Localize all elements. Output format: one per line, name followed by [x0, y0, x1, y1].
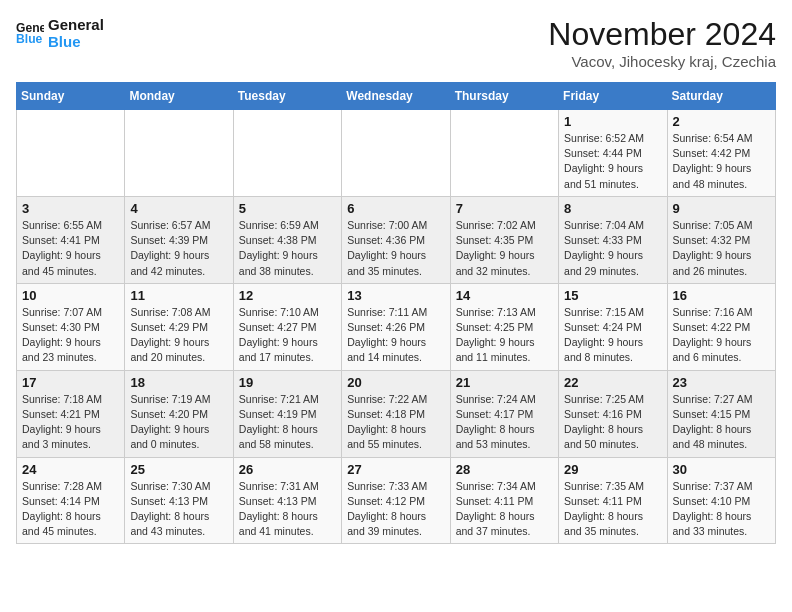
page-header: General Blue General Blue November 2024 … — [16, 16, 776, 70]
day-info: Sunrise: 6:59 AMSunset: 4:38 PMDaylight:… — [239, 218, 336, 279]
calendar-week-row: 24Sunrise: 7:28 AMSunset: 4:14 PMDayligh… — [17, 457, 776, 544]
logo: General Blue General Blue — [16, 16, 104, 50]
calendar-cell: 3Sunrise: 6:55 AMSunset: 4:41 PMDaylight… — [17, 196, 125, 283]
calendar-cell: 29Sunrise: 7:35 AMSunset: 4:11 PMDayligh… — [559, 457, 667, 544]
day-number: 29 — [564, 462, 661, 477]
calendar-cell: 26Sunrise: 7:31 AMSunset: 4:13 PMDayligh… — [233, 457, 341, 544]
day-info: Sunrise: 7:04 AMSunset: 4:33 PMDaylight:… — [564, 218, 661, 279]
day-number: 16 — [673, 288, 770, 303]
calendar-cell — [17, 110, 125, 197]
day-info: Sunrise: 7:37 AMSunset: 4:10 PMDaylight:… — [673, 479, 770, 540]
calendar-cell: 15Sunrise: 7:15 AMSunset: 4:24 PMDayligh… — [559, 283, 667, 370]
day-info: Sunrise: 7:15 AMSunset: 4:24 PMDaylight:… — [564, 305, 661, 366]
calendar-cell: 9Sunrise: 7:05 AMSunset: 4:32 PMDaylight… — [667, 196, 775, 283]
day-number: 25 — [130, 462, 227, 477]
weekday-header: Tuesday — [233, 83, 341, 110]
calendar-cell — [125, 110, 233, 197]
calendar-cell: 25Sunrise: 7:30 AMSunset: 4:13 PMDayligh… — [125, 457, 233, 544]
day-info: Sunrise: 7:34 AMSunset: 4:11 PMDaylight:… — [456, 479, 553, 540]
day-info: Sunrise: 7:24 AMSunset: 4:17 PMDaylight:… — [456, 392, 553, 453]
day-info: Sunrise: 6:52 AMSunset: 4:44 PMDaylight:… — [564, 131, 661, 192]
logo-icon: General Blue — [16, 19, 44, 47]
weekday-header: Thursday — [450, 83, 558, 110]
day-number: 13 — [347, 288, 444, 303]
calendar-week-row: 3Sunrise: 6:55 AMSunset: 4:41 PMDaylight… — [17, 196, 776, 283]
day-number: 27 — [347, 462, 444, 477]
svg-text:Blue: Blue — [16, 32, 43, 46]
day-info: Sunrise: 7:07 AMSunset: 4:30 PMDaylight:… — [22, 305, 119, 366]
day-info: Sunrise: 7:28 AMSunset: 4:14 PMDaylight:… — [22, 479, 119, 540]
calendar-cell: 1Sunrise: 6:52 AMSunset: 4:44 PMDaylight… — [559, 110, 667, 197]
logo-line1: General — [48, 16, 104, 33]
weekday-header: Monday — [125, 83, 233, 110]
calendar-cell: 11Sunrise: 7:08 AMSunset: 4:29 PMDayligh… — [125, 283, 233, 370]
calendar-cell: 21Sunrise: 7:24 AMSunset: 4:17 PMDayligh… — [450, 370, 558, 457]
day-number: 20 — [347, 375, 444, 390]
day-info: Sunrise: 7:21 AMSunset: 4:19 PMDaylight:… — [239, 392, 336, 453]
location-subtitle: Vacov, Jihocesky kraj, Czechia — [548, 53, 776, 70]
calendar-body: 1Sunrise: 6:52 AMSunset: 4:44 PMDaylight… — [17, 110, 776, 544]
calendar-week-row: 1Sunrise: 6:52 AMSunset: 4:44 PMDaylight… — [17, 110, 776, 197]
calendar-cell: 5Sunrise: 6:59 AMSunset: 4:38 PMDaylight… — [233, 196, 341, 283]
calendar-cell: 2Sunrise: 6:54 AMSunset: 4:42 PMDaylight… — [667, 110, 775, 197]
weekday-row: SundayMondayTuesdayWednesdayThursdayFrid… — [17, 83, 776, 110]
calendar-cell: 6Sunrise: 7:00 AMSunset: 4:36 PMDaylight… — [342, 196, 450, 283]
day-number: 28 — [456, 462, 553, 477]
calendar-cell: 19Sunrise: 7:21 AMSunset: 4:19 PMDayligh… — [233, 370, 341, 457]
day-number: 15 — [564, 288, 661, 303]
day-info: Sunrise: 7:30 AMSunset: 4:13 PMDaylight:… — [130, 479, 227, 540]
day-number: 5 — [239, 201, 336, 216]
day-number: 8 — [564, 201, 661, 216]
calendar-cell: 17Sunrise: 7:18 AMSunset: 4:21 PMDayligh… — [17, 370, 125, 457]
day-info: Sunrise: 7:31 AMSunset: 4:13 PMDaylight:… — [239, 479, 336, 540]
day-number: 21 — [456, 375, 553, 390]
day-number: 12 — [239, 288, 336, 303]
day-info: Sunrise: 7:25 AMSunset: 4:16 PMDaylight:… — [564, 392, 661, 453]
day-number: 22 — [564, 375, 661, 390]
day-number: 7 — [456, 201, 553, 216]
calendar-cell: 16Sunrise: 7:16 AMSunset: 4:22 PMDayligh… — [667, 283, 775, 370]
calendar-cell: 20Sunrise: 7:22 AMSunset: 4:18 PMDayligh… — [342, 370, 450, 457]
calendar-cell: 24Sunrise: 7:28 AMSunset: 4:14 PMDayligh… — [17, 457, 125, 544]
calendar-cell: 12Sunrise: 7:10 AMSunset: 4:27 PMDayligh… — [233, 283, 341, 370]
day-number: 6 — [347, 201, 444, 216]
day-info: Sunrise: 7:19 AMSunset: 4:20 PMDaylight:… — [130, 392, 227, 453]
day-number: 1 — [564, 114, 661, 129]
day-number: 17 — [22, 375, 119, 390]
day-number: 19 — [239, 375, 336, 390]
calendar-week-row: 10Sunrise: 7:07 AMSunset: 4:30 PMDayligh… — [17, 283, 776, 370]
day-info: Sunrise: 6:54 AMSunset: 4:42 PMDaylight:… — [673, 131, 770, 192]
day-number: 18 — [130, 375, 227, 390]
calendar-cell: 4Sunrise: 6:57 AMSunset: 4:39 PMDaylight… — [125, 196, 233, 283]
day-info: Sunrise: 6:55 AMSunset: 4:41 PMDaylight:… — [22, 218, 119, 279]
calendar-cell: 8Sunrise: 7:04 AMSunset: 4:33 PMDaylight… — [559, 196, 667, 283]
calendar-table: SundayMondayTuesdayWednesdayThursdayFrid… — [16, 82, 776, 544]
calendar-cell: 14Sunrise: 7:13 AMSunset: 4:25 PMDayligh… — [450, 283, 558, 370]
day-number: 23 — [673, 375, 770, 390]
calendar-cell: 23Sunrise: 7:27 AMSunset: 4:15 PMDayligh… — [667, 370, 775, 457]
day-number: 26 — [239, 462, 336, 477]
day-info: Sunrise: 7:10 AMSunset: 4:27 PMDaylight:… — [239, 305, 336, 366]
day-info: Sunrise: 7:13 AMSunset: 4:25 PMDaylight:… — [456, 305, 553, 366]
day-number: 30 — [673, 462, 770, 477]
weekday-header: Sunday — [17, 83, 125, 110]
day-number: 24 — [22, 462, 119, 477]
calendar-cell: 27Sunrise: 7:33 AMSunset: 4:12 PMDayligh… — [342, 457, 450, 544]
day-info: Sunrise: 7:00 AMSunset: 4:36 PMDaylight:… — [347, 218, 444, 279]
calendar-cell — [233, 110, 341, 197]
calendar-cell: 18Sunrise: 7:19 AMSunset: 4:20 PMDayligh… — [125, 370, 233, 457]
calendar-cell: 13Sunrise: 7:11 AMSunset: 4:26 PMDayligh… — [342, 283, 450, 370]
day-info: Sunrise: 7:05 AMSunset: 4:32 PMDaylight:… — [673, 218, 770, 279]
day-number: 11 — [130, 288, 227, 303]
logo-line2: Blue — [48, 33, 104, 50]
calendar-cell: 10Sunrise: 7:07 AMSunset: 4:30 PMDayligh… — [17, 283, 125, 370]
calendar-cell — [450, 110, 558, 197]
calendar-cell: 30Sunrise: 7:37 AMSunset: 4:10 PMDayligh… — [667, 457, 775, 544]
day-info: Sunrise: 7:22 AMSunset: 4:18 PMDaylight:… — [347, 392, 444, 453]
day-info: Sunrise: 7:16 AMSunset: 4:22 PMDaylight:… — [673, 305, 770, 366]
weekday-header: Saturday — [667, 83, 775, 110]
day-number: 14 — [456, 288, 553, 303]
day-number: 2 — [673, 114, 770, 129]
calendar-header: SundayMondayTuesdayWednesdayThursdayFrid… — [17, 83, 776, 110]
day-info: Sunrise: 7:02 AMSunset: 4:35 PMDaylight:… — [456, 218, 553, 279]
